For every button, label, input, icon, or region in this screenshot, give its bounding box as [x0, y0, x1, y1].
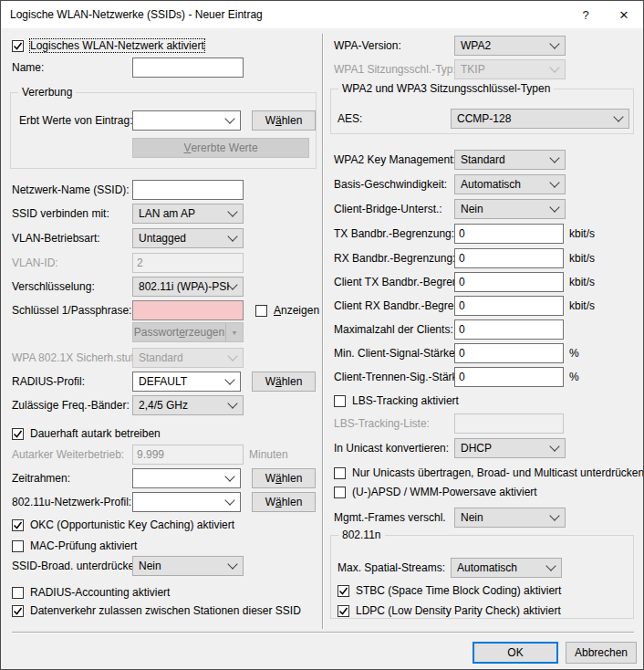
min-signal-label: Min. Client-Signal-Stärke: — [334, 347, 454, 360]
mac-check-checkbox[interactable] — [12, 540, 24, 552]
mgmt-frames-dropdown[interactable]: Nein — [454, 508, 566, 528]
radius-choose-button[interactable]: Wählen — [252, 372, 316, 392]
chevron-down-icon — [227, 351, 237, 361]
radius-profile-dropdown[interactable]: DEFAULT — [132, 372, 241, 392]
client-rx-limit-row: Client RX Bandbr.-Begrenz. kbit/s — [334, 296, 638, 316]
close-button[interactable]: ✕ — [605, 1, 643, 28]
dialog-body: Logisches WLAN-Netzwerk aktiviert Name: … — [1, 28, 643, 669]
tx-limit-input[interactable] — [454, 224, 564, 244]
connect-ssid-dropdown[interactable]: LAN am AP — [132, 204, 244, 224]
client-rx-limit-label: Client RX Bandbr.-Begrenz. — [334, 299, 454, 312]
encryption-dropdown[interactable]: 802.11i (WPA)-PSK — [132, 277, 244, 297]
mgmt-frames-row: Mgmt.-Frames verschl. Nein — [334, 508, 638, 528]
network-enabled-checkbox[interactable] — [12, 40, 24, 52]
help-button[interactable]: ? — [566, 1, 605, 28]
network-enabled-row: Logisches WLAN-Netzwerk aktiviert — [12, 36, 204, 56]
wpa-security-level-row: WPA 802.1X Sicherh.stufe: Standard — [12, 348, 316, 368]
inherit-choose-button[interactable]: Wählen — [252, 110, 316, 131]
name-label: Name: — [12, 61, 132, 74]
wpa-version-label: WPA-Version: — [334, 39, 454, 52]
check-icon — [13, 520, 23, 530]
net-profile-dropdown[interactable] — [132, 492, 241, 512]
spatial-streams-row: Max. Spatial-Streams: Automatisch — [338, 558, 629, 578]
show-passphrase-label: Anzeigen — [274, 304, 319, 317]
stbc-checkbox[interactable] — [338, 585, 349, 597]
apsd-label: (U-)APSD / WMM-Powersave aktiviert — [352, 486, 537, 498]
aes-dropdown[interactable]: CCMP-128 — [451, 109, 629, 129]
cancel-button[interactable]: Abbrechen — [566, 642, 637, 664]
chevron-down-icon — [549, 177, 559, 187]
unicast-only-checkbox[interactable] — [334, 467, 346, 479]
name-row: Name: — [12, 58, 316, 78]
max-clients-input[interactable] — [454, 319, 564, 340]
aes-row: AES: CCMP-128 — [338, 109, 629, 129]
ldpc-row: LDPC (Low Density Parity Check) aktivier… — [338, 601, 561, 621]
spatial-streams-label: Max. Spatial-Streams: — [338, 561, 451, 574]
chevron-down-icon — [224, 113, 234, 123]
chevron-down-icon — [549, 510, 559, 520]
vlan-id-input — [132, 253, 244, 273]
client-bridge-dropdown[interactable]: Nein — [454, 199, 566, 219]
chevron-down-icon — [227, 398, 237, 408]
chevron-down-icon — [227, 206, 237, 216]
chevron-down-icon — [549, 38, 559, 48]
vlan-mode-label: VLAN-Betriebsart: — [12, 232, 132, 245]
wpa-version-dropdown[interactable]: WPA2 — [454, 36, 566, 56]
timeframe-row: Zeitrahmen: Wählen — [12, 468, 316, 488]
basic-rate-dropdown[interactable]: Automatisch — [454, 174, 566, 194]
freq-bands-row: Zulässige Freq.-Bänder: 2,4/5 GHz — [12, 395, 316, 415]
tx-limit-row: TX Bandbr.-Begrenzung: kbit/s — [334, 224, 638, 244]
client-bridge-label: Client-Bridge-Unterst.: — [334, 203, 454, 215]
key-management-dropdown[interactable]: Standard — [454, 150, 566, 170]
client-tx-limit-unit: kbit/s — [569, 276, 595, 288]
wpa-version-row: WPA-Version: WPA2 — [334, 36, 638, 56]
min-signal-input[interactable] — [454, 343, 564, 363]
timeframe-dropdown[interactable] — [132, 468, 241, 488]
check-icon — [13, 429, 23, 439]
ok-button[interactable]: OK — [473, 642, 558, 664]
rx-limit-input[interactable] — [454, 248, 564, 268]
ssid-broadcast-dropdown[interactable]: Nein — [132, 556, 244, 576]
ldpc-checkbox[interactable] — [338, 605, 349, 617]
show-passphrase-checkbox[interactable] — [255, 305, 267, 317]
client-tx-limit-input[interactable] — [454, 272, 564, 292]
standalone-time-label: Autarker Weiterbetrieb: — [12, 448, 132, 461]
vlan-id-label: VLAN-ID: — [12, 256, 132, 269]
unicast-dropdown[interactable]: DHCP — [454, 438, 566, 458]
inherited-values-button: Vererbte Werte — [132, 138, 309, 158]
timeframe-choose-button[interactable]: Wählen — [252, 468, 316, 488]
freq-bands-dropdown[interactable]: 2,4/5 GHz — [132, 395, 244, 415]
ssid-name-input[interactable] — [132, 180, 244, 200]
client-rx-limit-unit: kbit/s — [569, 299, 595, 312]
ssid-broadcast-label: SSID-Broad. unterdrücken: — [12, 560, 132, 572]
lbs-row: LBS-Tracking aktiviert — [334, 391, 459, 411]
connect-ssid-row: SSID verbinden mit: LAN am AP — [12, 204, 316, 224]
radius-accounting-checkbox[interactable] — [12, 587, 24, 599]
vlan-mode-dropdown[interactable]: Untagged — [132, 228, 244, 248]
net-profile-choose-button[interactable]: Wählen — [252, 492, 316, 512]
apsd-checkbox[interactable] — [334, 487, 346, 498]
ssid-name-row: Netzwerk-Name (SSID): — [12, 180, 316, 200]
chevron-down-icon — [224, 471, 234, 481]
name-input[interactable] — [132, 58, 244, 78]
lbs-checkbox[interactable] — [334, 395, 346, 407]
interstation-checkbox[interactable] — [12, 605, 24, 617]
spatial-streams-dropdown[interactable]: Automatisch — [451, 558, 562, 578]
generate-password-button: Passwort erzeugen ▼ — [132, 322, 244, 342]
okc-checkbox[interactable] — [12, 519, 24, 531]
client-rx-limit-input[interactable] — [454, 296, 564, 316]
connect-ssid-label: SSID verbinden mit: — [12, 207, 132, 220]
okc-label: OKC (Opportunistic Key Caching) aktivier… — [30, 518, 234, 531]
encryption-label: Verschlüsselung: — [12, 280, 132, 293]
check-icon — [338, 586, 348, 596]
disconnect-signal-input[interactable] — [454, 367, 564, 387]
basic-rate-label: Basis-Geschwindigkeit: — [334, 178, 454, 191]
check-icon — [13, 41, 23, 51]
standalone-checkbox[interactable] — [12, 428, 24, 440]
passphrase-input[interactable] — [132, 300, 244, 320]
apsd-row: (U-)APSD / WMM-Powersave aktiviert — [334, 482, 537, 502]
inherit-from-dropdown[interactable] — [132, 110, 241, 131]
encryption-row: Verschlüsselung: 802.11i (WPA)-PSK — [12, 277, 316, 297]
vlan-mode-row: VLAN-Betriebsart: Untagged — [12, 228, 316, 248]
column-divider — [322, 34, 323, 629]
